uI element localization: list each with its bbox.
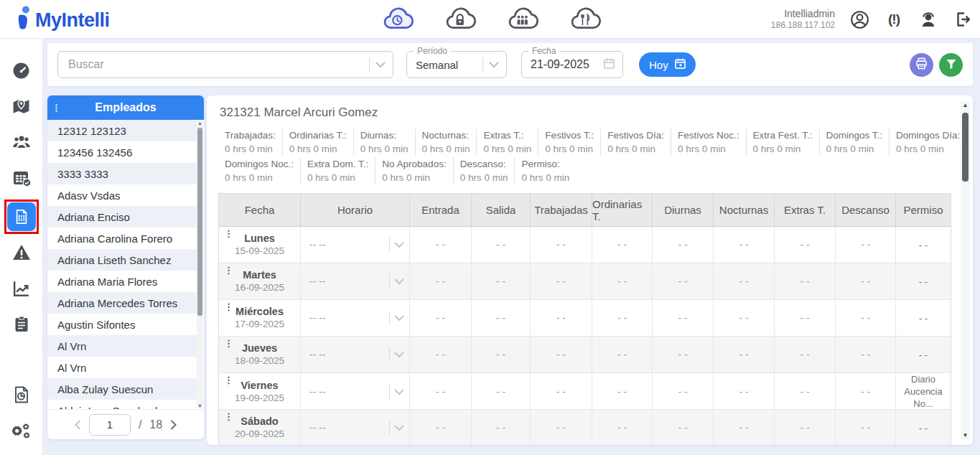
- app-logo[interactable]: MyIntelli: [16, 6, 110, 32]
- employee-list-item[interactable]: Agustin Sifontes: [47, 314, 197, 335]
- dining-cloud-icon[interactable]: [569, 4, 601, 34]
- employee-list-item[interactable]: Adriana Liseth Sanchez: [47, 249, 197, 271]
- scrollbar-thumb[interactable]: [197, 128, 202, 316]
- employee-list-item[interactable]: Adriana Mercedes Torres: [47, 292, 197, 314]
- horario-select[interactable]: -- --: [301, 227, 410, 263]
- support-icon[interactable]: [918, 9, 938, 29]
- summary-value: 0 hrs 0 min: [826, 142, 883, 156]
- warning-icon[interactable]: [7, 238, 36, 267]
- chevron-down-icon[interactable]: [394, 422, 404, 433]
- scroll-up-icon[interactable]: ▲: [961, 102, 970, 108]
- descanso-cell: - -: [836, 227, 896, 263]
- clipboard-icon[interactable]: [7, 310, 36, 339]
- ordinarias-cell: - -: [592, 227, 653, 263]
- employee-list-item[interactable]: Aldair Imar Sepulveda: [47, 400, 197, 409]
- map-icon[interactable]: [7, 92, 36, 121]
- horario-select[interactable]: -- --: [301, 300, 410, 336]
- chevron-down-icon[interactable]: [394, 386, 404, 398]
- employee-list-item[interactable]: Al Vrn: [47, 357, 197, 378]
- fecha-cell: ⋮ Viernes 19-09-2025: [219, 373, 301, 410]
- funnel-icon: [946, 58, 957, 72]
- employee-list-item[interactable]: Adasv Vsdas: [47, 184, 197, 206]
- filter-button[interactable]: [939, 53, 963, 77]
- employee-list-item[interactable]: Adriana Carolina Forero: [47, 228, 197, 249]
- chevron-down-icon[interactable]: [394, 276, 404, 287]
- visitors-cloud-icon[interactable]: [507, 4, 538, 34]
- row-menu-icon[interactable]: ⋮: [224, 304, 233, 310]
- horario-value: -- --: [309, 312, 326, 324]
- horario-select[interactable]: -- --: [301, 373, 410, 410]
- page-input[interactable]: [89, 414, 131, 436]
- summary-item: No Aprobados: 0 hrs 0 min: [375, 157, 453, 184]
- summary-item: Trabajadas: 0 hrs 0 min: [218, 128, 283, 156]
- scroll-down-icon[interactable]: ▼: [961, 432, 970, 438]
- drag-handle-icon[interactable]: ⁞: [55, 102, 66, 114]
- chevron-down-icon[interactable]: [394, 239, 404, 250]
- calendar-icon[interactable]: [603, 57, 615, 72]
- scroll-up-icon[interactable]: ▲: [197, 121, 203, 126]
- descanso-cell: - -: [836, 263, 896, 299]
- row-menu-icon[interactable]: ⋮: [224, 413, 233, 420]
- chart-icon[interactable]: [7, 274, 36, 303]
- employee-list-item[interactable]: Al Vrn: [47, 335, 197, 357]
- employee-list-item[interactable]: 3333 3333: [47, 163, 197, 184]
- summary-label: Extra Dom. T.:: [307, 157, 368, 171]
- row-menu-icon[interactable]: ⋮: [224, 377, 233, 383]
- diurnas-cell: - -: [653, 410, 714, 445]
- period-select[interactable]: Período Semanal: [406, 51, 507, 78]
- time-cloud-icon[interactable]: [382, 4, 414, 34]
- employee-list-item[interactable]: Alba Zulay Suescun: [47, 378, 197, 400]
- row-menu-icon[interactable]: ⋮: [224, 340, 233, 347]
- column-header: Permiso: [896, 194, 951, 226]
- user-circle-icon[interactable]: [849, 9, 869, 29]
- people-icon[interactable]: [7, 128, 36, 156]
- horario-value: -- --: [309, 386, 326, 398]
- employees-panel-header[interactable]: ⁞ Empleados: [47, 95, 204, 120]
- main-scrollbar[interactable]: ▲ ▼: [961, 101, 970, 439]
- page-prev-icon[interactable]: [74, 420, 81, 430]
- employee-list-scrollbar[interactable]: ▲ ▼: [197, 121, 203, 408]
- settings-icon[interactable]: [7, 416, 36, 445]
- dashboard-icon[interactable]: [7, 56, 36, 85]
- horario-select[interactable]: -- --: [301, 263, 410, 299]
- myintelli-person-icon: [16, 6, 32, 32]
- report-icon[interactable]: [7, 380, 36, 409]
- summary-item: Permiso: 0 hrs 0 min: [515, 157, 576, 184]
- print-button[interactable]: [910, 53, 933, 77]
- logout-icon[interactable]: [953, 9, 973, 29]
- search-box[interactable]: [57, 51, 393, 78]
- summary-value: 0 hrs 0 min: [307, 171, 368, 184]
- scrollbar-thumb[interactable]: [962, 113, 969, 182]
- scroll-down-icon[interactable]: ▼: [197, 403, 203, 408]
- column-header: Trabajadas: [531, 194, 592, 226]
- employees-panel-title: Empleados: [66, 101, 185, 114]
- divider: [389, 385, 390, 399]
- employee-list-item[interactable]: 123456 132456: [47, 141, 197, 163]
- chevron-down-icon[interactable]: [489, 58, 499, 71]
- summary-row-2: Domingos Noc.: 0 hrs 0 min Extra Dom. T.…: [218, 157, 951, 184]
- employee-list-item[interactable]: Adriana Enciso: [47, 206, 197, 228]
- date-field[interactable]: Fecha 21-09-2025: [521, 51, 623, 78]
- calendar-check-icon[interactable]: [7, 164, 36, 192]
- summary-value: 0 hrs 0 min: [753, 142, 813, 156]
- table-row: ⋮ Viernes 19-09-2025 -- -- - -: [219, 373, 951, 410]
- horario-select[interactable]: -- --: [301, 410, 410, 445]
- chevron-down-icon[interactable]: [394, 349, 404, 360]
- security-cloud-icon[interactable]: [444, 4, 476, 34]
- user-area: Intelliadmin 186.188.117.102 (!): [771, 0, 973, 39]
- search-input[interactable]: [68, 58, 363, 71]
- horario-value: -- --: [309, 349, 326, 360]
- alert-icon[interactable]: (!): [884, 9, 904, 29]
- summary-label: Festivos Día:: [607, 128, 664, 142]
- today-button[interactable]: Hoy: [639, 52, 696, 77]
- row-menu-icon[interactable]: ⋮: [224, 230, 233, 237]
- chevron-down-icon[interactable]: [394, 312, 404, 324]
- employee-list-item[interactable]: 12312 123123: [47, 120, 197, 141]
- horario-select[interactable]: -- --: [301, 337, 410, 372]
- row-menu-icon[interactable]: ⋮: [224, 267, 233, 273]
- permiso-cell: - -: [896, 337, 951, 372]
- timesheet-icon[interactable]: [7, 202, 36, 231]
- page-next-icon[interactable]: [170, 420, 177, 430]
- employee-list-item[interactable]: Adriana Maria Flores: [47, 271, 197, 292]
- chevron-down-icon[interactable]: [375, 58, 386, 71]
